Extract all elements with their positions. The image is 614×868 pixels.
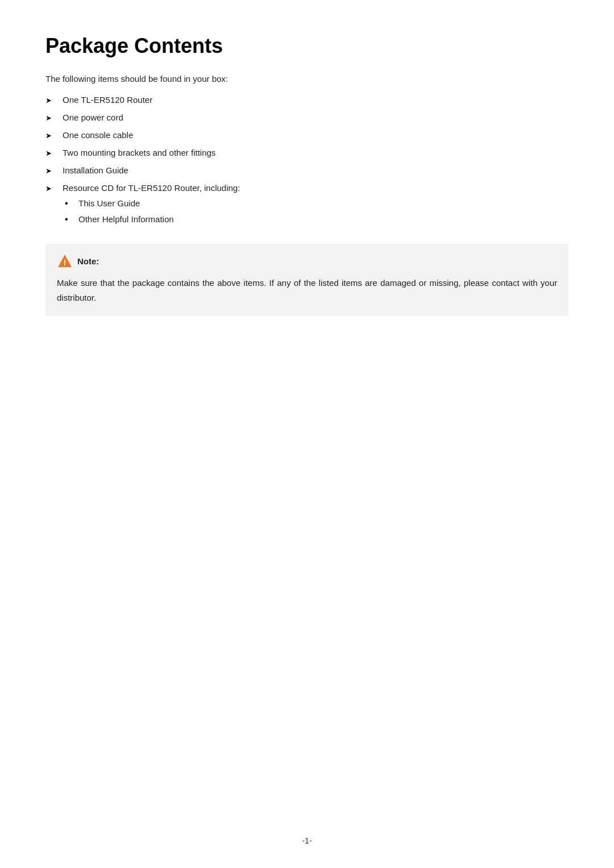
- list-item: ➤ Two mounting brackets and other fittin…: [45, 148, 569, 157]
- note-text: Make sure that the package contains the …: [57, 276, 557, 305]
- note-box: ! Note: Make sure that the package conta…: [45, 244, 569, 316]
- sub-list-item: • This User Guide: [65, 198, 240, 209]
- page-title: Package Contents: [45, 34, 569, 58]
- package-list: ➤ One TL-ER5120 Router ➤ One power cord …: [45, 95, 569, 230]
- svg-text:!: !: [64, 258, 67, 267]
- arrow-bullet-icon: ➤: [45, 149, 55, 157]
- page-footer: -1-: [0, 836, 614, 845]
- intro-text: The following items should be found in y…: [45, 74, 569, 84]
- list-item: ➤ Installation Guide: [45, 165, 569, 175]
- sub-list: • This User Guide • Other Helpful Inform…: [65, 198, 240, 225]
- dot-bullet-icon: •: [65, 198, 73, 209]
- arrow-bullet-icon: ➤: [45, 184, 55, 193]
- list-item: ➤ One console cable: [45, 130, 569, 140]
- arrow-bullet-icon: ➤: [45, 167, 55, 175]
- list-item-text: Resource CD for TL-ER5120 Router, includ…: [63, 183, 240, 193]
- arrow-bullet-icon: ➤: [45, 96, 55, 105]
- sub-list-item: • Other Helpful Information: [65, 214, 240, 225]
- list-item: ➤ One power cord: [45, 113, 569, 122]
- list-item-text: Installation Guide: [63, 165, 128, 175]
- list-item-text: One TL-ER5120 Router: [63, 95, 152, 105]
- list-item-text: One power cord: [63, 113, 123, 122]
- list-item: ➤ One TL-ER5120 Router: [45, 95, 569, 105]
- list-item-text: One console cable: [63, 130, 133, 140]
- warning-icon: !: [57, 253, 73, 269]
- dot-bullet-icon: •: [65, 214, 73, 225]
- arrow-bullet-icon: ➤: [45, 114, 55, 122]
- list-item-with-sub: ➤ Resource CD for TL-ER5120 Router, incl…: [45, 183, 569, 230]
- note-label: Note:: [77, 256, 99, 266]
- arrow-bullet-icon: ➤: [45, 131, 55, 140]
- note-header: ! Note:: [57, 253, 557, 269]
- sub-list-item-text: This User Guide: [78, 198, 140, 208]
- sub-list-item-text: Other Helpful Information: [78, 214, 174, 224]
- list-item-text: Two mounting brackets and other fittings: [63, 148, 215, 157]
